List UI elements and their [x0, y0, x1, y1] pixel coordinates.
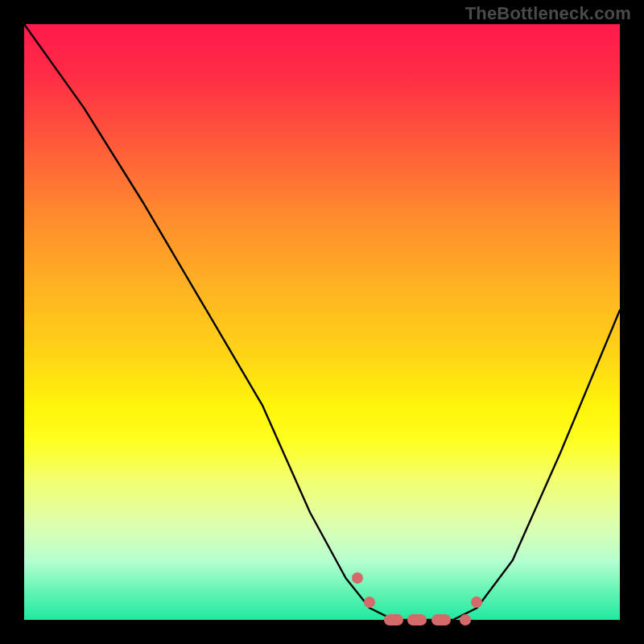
optimal-marker-group — [24, 24, 620, 620]
optimal-marker — [407, 614, 427, 625]
optimal-marker — [352, 572, 363, 584]
optimal-marker — [471, 597, 482, 608]
optimal-marker — [384, 614, 403, 625]
optimal-marker — [460, 614, 471, 625]
optimal-marker — [364, 597, 375, 608]
watermark-text: TheBottleneck.com — [465, 3, 631, 24]
optimal-marker — [431, 614, 451, 625]
chart-frame: TheBottleneck.com — [0, 0, 644, 644]
plot-area — [24, 24, 620, 620]
